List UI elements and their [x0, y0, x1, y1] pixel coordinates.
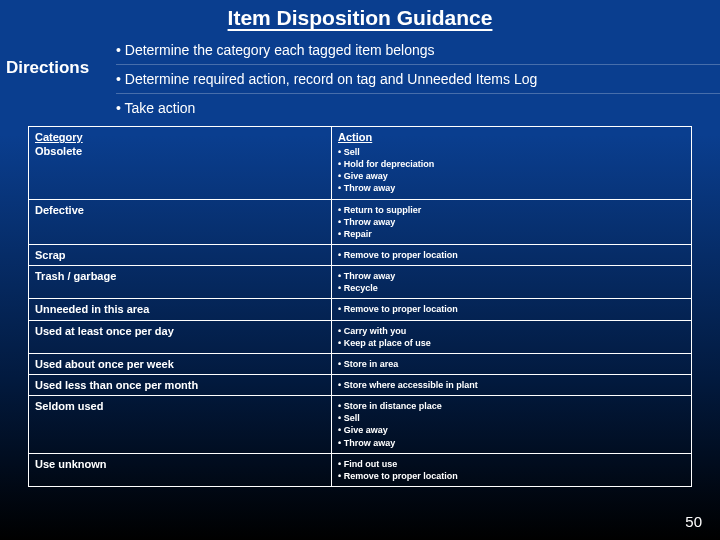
action-cell: • Remove to proper location	[332, 245, 691, 265]
action-cell: • Store in distance place • Sell • Give …	[332, 396, 691, 453]
disposition-table: Category Obsolete Action • Sell • Hold f…	[28, 126, 692, 487]
action-cell: • Store where accessible in plant	[332, 375, 691, 395]
category-cell: Unneeded in this area	[29, 299, 332, 319]
action-item: • Store in distance place	[338, 400, 685, 412]
directions-block: Directions • Determine the category each…	[0, 36, 720, 122]
category-cell: Defective	[29, 200, 332, 244]
action-item: • Repair	[338, 228, 685, 240]
action-item: • Throw away	[338, 182, 685, 194]
action-cell: • Find out use • Remove to proper locati…	[332, 454, 691, 486]
action-cell: • Remove to proper location	[332, 299, 691, 319]
directions-item: • Determine required action, record on t…	[116, 65, 720, 94]
action-item: • Throw away	[338, 216, 685, 228]
action-item: • Find out use	[338, 458, 685, 470]
action-cell: • Throw away • Recycle	[332, 266, 691, 298]
directions-item: • Determine the category each tagged ite…	[116, 36, 720, 65]
action-item: • Remove to proper location	[338, 470, 685, 482]
table-row: Seldom used • Store in distance place • …	[29, 396, 691, 454]
table-row: Unneeded in this area • Remove to proper…	[29, 299, 691, 320]
category-cell: Used at least once per day	[29, 321, 332, 353]
category-cell: Seldom used	[29, 396, 332, 453]
category-cell: Used less than once per month	[29, 375, 332, 395]
action-item: • Carry with you	[338, 325, 685, 337]
action-cell: • Store in area	[332, 354, 691, 374]
table-row: Scrap • Remove to proper location	[29, 245, 691, 266]
action-item: • Throw away	[338, 437, 685, 449]
action-cell: • Carry with you • Keep at place of use	[332, 321, 691, 353]
action-item: • Give away	[338, 170, 685, 182]
table-row: Used at least once per day • Carry with …	[29, 321, 691, 354]
category-cell: Trash / garbage	[29, 266, 332, 298]
table-row: Used about once per week • Store in area	[29, 354, 691, 375]
action-item: • Hold for depreciation	[338, 158, 685, 170]
directions-label: Directions	[0, 36, 116, 78]
action-item: • Sell	[338, 412, 685, 424]
action-item: • Store where accessible in plant	[338, 379, 685, 391]
table-row: Defective • Return to supplier • Throw a…	[29, 200, 691, 245]
table-row: Category Obsolete Action • Sell • Hold f…	[29, 127, 691, 200]
action-item: • Store in area	[338, 358, 685, 370]
category-cell: Scrap	[29, 245, 332, 265]
action-item: • Throw away	[338, 270, 685, 282]
slide-title: Item Disposition Guidance	[0, 6, 720, 30]
category-value: Obsolete	[35, 145, 325, 157]
action-item: • Keep at place of use	[338, 337, 685, 349]
action-cell: • Return to supplier • Throw away • Repa…	[332, 200, 691, 244]
action-cell: Action • Sell • Hold for depreciation • …	[332, 127, 691, 199]
category-cell: Category Obsolete	[29, 127, 332, 199]
table-row: Used less than once per month • Store wh…	[29, 375, 691, 396]
action-item: • Remove to proper location	[338, 303, 685, 315]
page-number: 50	[685, 513, 702, 530]
action-item: • Remove to proper location	[338, 249, 685, 261]
action-item: • Sell	[338, 146, 685, 158]
category-header: Category	[35, 131, 325, 143]
category-cell: Used about once per week	[29, 354, 332, 374]
category-cell: Use unknown	[29, 454, 332, 486]
action-item: • Recycle	[338, 282, 685, 294]
directions-item: • Take action	[116, 94, 720, 122]
table-row: Trash / garbage • Throw away • Recycle	[29, 266, 691, 299]
table-row: Use unknown • Find out use • Remove to p…	[29, 454, 691, 486]
action-header: Action	[338, 131, 685, 143]
action-item: • Give away	[338, 424, 685, 436]
action-item: • Return to supplier	[338, 204, 685, 216]
directions-list: • Determine the category each tagged ite…	[116, 36, 720, 122]
